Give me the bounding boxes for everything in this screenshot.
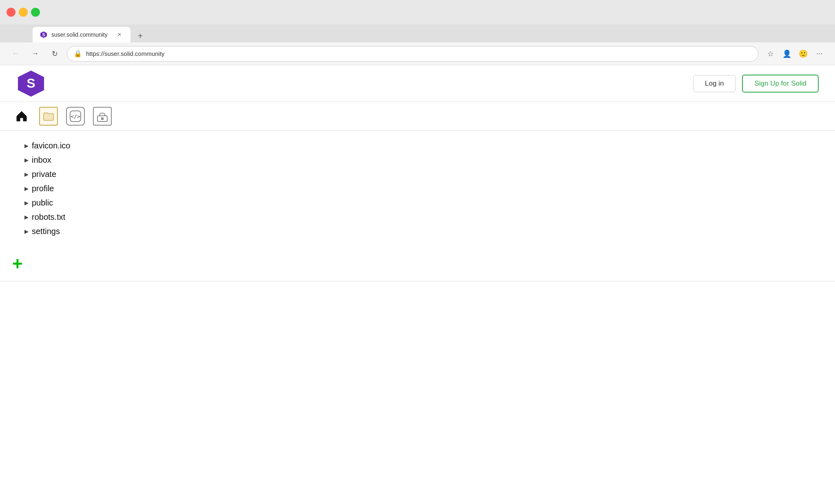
svg-text:S: S (27, 76, 35, 91)
svg-text:S: S (42, 33, 45, 37)
file-item-private[interactable]: ▶ private (24, 167, 811, 181)
file-name: private (32, 170, 56, 179)
file-name: robots.txt (32, 212, 65, 222)
app-logo: S (16, 69, 46, 98)
bookmark-button[interactable]: ☆ (763, 46, 778, 61)
code-toolbar-button[interactable]: </> (66, 107, 85, 126)
menu-button[interactable]: ··· (812, 46, 827, 61)
file-arrow: ▶ (24, 143, 29, 149)
file-name: settings (32, 227, 60, 236)
reload-button[interactable]: ↻ (47, 46, 62, 61)
lock-toolbar-button[interactable] (93, 107, 112, 126)
file-arrow: ▶ (24, 157, 29, 163)
add-section: + (0, 247, 835, 281)
file-arrow: ▶ (24, 214, 29, 220)
header-actions: Log in Sign Up for Solid (693, 75, 819, 93)
file-name: profile (32, 184, 54, 193)
app-toolbar: </> (0, 102, 835, 130)
account-button[interactable]: 👤 (780, 46, 794, 61)
file-tree: ▶ favicon.ico ▶ inbox ▶ private ▶ profil… (0, 130, 835, 247)
file-name: inbox (32, 155, 51, 165)
tab-favicon: S (40, 31, 47, 38)
file-item-inbox[interactable]: ▶ inbox (24, 153, 811, 167)
page-content: S Log in Sign Up for Solid </> (0, 65, 835, 504)
maximize-button[interactable] (31, 8, 40, 17)
nav-bar: ← → ↻ 🔒 https://suser.solid.community ☆ … (0, 42, 835, 65)
folder-toolbar-button[interactable] (39, 107, 58, 126)
file-arrow: ▶ (24, 171, 29, 177)
solid-logo: S (16, 69, 46, 98)
emoji-button[interactable]: 🙂 (796, 46, 811, 61)
svg-rect-7 (101, 117, 104, 120)
close-button[interactable] (7, 8, 15, 17)
file-name: favicon.ico (32, 141, 71, 150)
svg-text:</>: </> (71, 113, 80, 119)
file-arrow: ▶ (24, 200, 29, 206)
tab-label: suser.solid.community (51, 31, 112, 38)
tab-bar: S suser.solid.community ✕ + (0, 24, 835, 42)
content-divider (0, 281, 835, 281)
file-arrow: ▶ (24, 228, 29, 234)
tab-close-button[interactable]: ✕ (116, 31, 123, 38)
add-button[interactable]: + (12, 255, 823, 273)
url-text: https://suser.solid.community (86, 50, 751, 57)
login-button[interactable]: Log in (693, 75, 736, 92)
app-header: S Log in Sign Up for Solid (0, 65, 835, 102)
active-tab[interactable]: S suser.solid.community ✕ (33, 27, 130, 42)
file-arrow: ▶ (24, 186, 29, 192)
minimize-button[interactable] (19, 8, 28, 17)
signup-button[interactable]: Sign Up for Solid (742, 75, 819, 93)
traffic-lights (7, 8, 40, 17)
file-item-public[interactable]: ▶ public (24, 196, 811, 210)
file-item-settings[interactable]: ▶ settings (24, 224, 811, 239)
file-item-robots[interactable]: ▶ robots.txt (24, 210, 811, 224)
title-bar (0, 0, 835, 24)
home-toolbar-button[interactable] (12, 107, 31, 126)
back-button[interactable]: ← (8, 46, 23, 61)
lock-icon: 🔒 (74, 50, 82, 57)
file-item-profile[interactable]: ▶ profile (24, 181, 811, 196)
address-bar[interactable]: 🔒 https://suser.solid.community (67, 46, 758, 62)
new-tab-button[interactable]: + (134, 29, 147, 42)
forward-button[interactable]: → (28, 46, 42, 61)
nav-actions: ☆ 👤 🙂 ··· (763, 46, 827, 61)
file-item-favicon[interactable]: ▶ favicon.ico (24, 139, 811, 153)
file-name: public (32, 198, 53, 208)
